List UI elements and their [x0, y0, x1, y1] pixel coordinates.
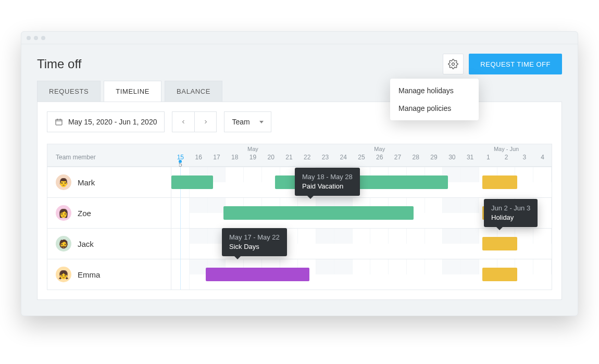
- day-header-25: 25: [353, 154, 371, 161]
- tooltip-date: May 17 - May 22: [229, 233, 280, 242]
- day-header-2: 2: [497, 154, 516, 161]
- timeoff-bar[interactable]: [482, 175, 517, 189]
- day-header-20: 20: [262, 154, 280, 161]
- timeline-cell: [461, 229, 479, 244]
- timeline-cell: [443, 229, 461, 244]
- day-header-1: 1: [479, 154, 497, 161]
- timeline-cell: [353, 259, 371, 274]
- team-member-cell: 👩Zoe: [47, 198, 171, 228]
- member-name: Jack: [78, 240, 94, 248]
- timeline-cell: [190, 229, 208, 244]
- day-header-31: 31: [461, 154, 479, 161]
- timeline-cell: [334, 259, 353, 274]
- menu-item-manage-holidays[interactable]: Manage holidays: [390, 82, 479, 99]
- timeline-date-header: May May May - Jun 1516171819202122232425…: [171, 144, 552, 166]
- timeoff-bar[interactable]: [482, 237, 517, 250]
- date-range-text: May 15, 2020 - Jun 1, 2020: [68, 118, 157, 126]
- page-header: Time off REQUEST TIME OFF Manage holiday…: [21, 44, 578, 81]
- avatar: 🧔: [56, 236, 71, 252]
- timeline-cell: [515, 259, 533, 274]
- month-label: May: [353, 146, 407, 152]
- member-name: Mark: [78, 178, 95, 187]
- tooltip-type: Holiday: [491, 213, 530, 222]
- chevron-right-icon: [203, 119, 209, 125]
- day-header-16: 16: [190, 154, 208, 161]
- day-header-30: 30: [443, 154, 461, 161]
- timeline-cell: [425, 198, 443, 213]
- timeline-cell: [407, 259, 425, 274]
- day-header-22: 22: [298, 154, 316, 161]
- tooltip-holiday: Jun 2 - Jun 3 Holiday: [484, 199, 538, 227]
- timeoff-bar[interactable]: [482, 268, 517, 281]
- day-header-4: 4: [533, 154, 552, 161]
- timeline-grid: Team member May May May - Jun 1516171819…: [47, 144, 552, 290]
- window-dot: [41, 36, 45, 40]
- tab-timeline[interactable]: TIMELINE: [104, 81, 161, 102]
- tab-balance[interactable]: BALANCE: [165, 81, 222, 102]
- timeline-cell: [244, 167, 262, 182]
- timeline-cell: [425, 229, 443, 244]
- avatar: 👩: [56, 205, 71, 221]
- timeline-cell: [190, 198, 208, 213]
- group-by-dropdown[interactable]: Team: [224, 111, 271, 132]
- next-button[interactable]: [194, 112, 216, 132]
- timeline-cell: [461, 167, 479, 182]
- timeline-row: 👧Emma: [47, 259, 552, 290]
- page-title: Time off: [37, 57, 81, 71]
- timeline-cell: [298, 229, 316, 244]
- window-dot: [27, 36, 31, 40]
- tab-requests[interactable]: REQUESTS: [37, 81, 101, 102]
- timeline-cell: [316, 229, 334, 244]
- svg-point-0: [452, 63, 455, 66]
- timeline-cells: [171, 259, 552, 290]
- day-header-18: 18: [226, 154, 244, 161]
- member-name: Zoe: [78, 209, 91, 218]
- day-header-23: 23: [316, 154, 334, 161]
- day-header-24: 24: [334, 154, 353, 161]
- settings-button[interactable]: [443, 54, 464, 74]
- timeoff-bar[interactable]: [223, 206, 414, 220]
- timeline-cell: [533, 167, 552, 182]
- timeline-cell: [370, 259, 389, 274]
- prev-button[interactable]: [172, 112, 194, 132]
- timeline-cell: [461, 198, 479, 213]
- request-time-off-button[interactable]: REQUEST TIME OFF: [469, 54, 562, 74]
- tooltip-paid-vacation: May 18 - May 28 Paid Vacation: [295, 168, 360, 196]
- app-window: Time off REQUEST TIME OFF Manage holiday…: [21, 31, 578, 316]
- tooltip-date: May 18 - May 28: [302, 172, 353, 182]
- timeline-cells: [171, 167, 552, 197]
- team-member-cell: 👧Emma: [47, 259, 171, 290]
- timeline-cell: [190, 259, 208, 274]
- timeline-cell: [443, 259, 461, 274]
- svg-rect-1: [56, 119, 62, 125]
- timeline-cell: [461, 259, 479, 274]
- tooltip-type: Sick Days: [229, 242, 280, 252]
- settings-menu: Manage holidays Manage policies: [390, 79, 479, 120]
- member-name: Emma: [78, 270, 100, 279]
- timeline-cell: [389, 259, 407, 274]
- day-header-17: 17: [208, 154, 226, 161]
- day-header-27: 27: [389, 154, 407, 161]
- timeline-cell: [226, 167, 244, 182]
- day-header-26: 26: [370, 154, 389, 161]
- timeline-cell: [316, 259, 334, 274]
- header-actions: REQUEST TIME OFF Manage holidays Manage …: [443, 54, 562, 74]
- month-label: May - Jun: [479, 146, 533, 152]
- timeline-cell: [443, 198, 461, 213]
- timeline-cell: [407, 229, 425, 244]
- timeline-cell: [389, 229, 407, 244]
- timeline-cell: [425, 259, 443, 274]
- timeline-body: May 18 - May 28 Paid Vacation May 17 - M…: [47, 167, 552, 290]
- date-range-picker[interactable]: May 15, 2020 - Jun 1, 2020: [47, 111, 165, 132]
- gear-icon: [448, 59, 458, 69]
- timeoff-bar[interactable]: [206, 268, 309, 281]
- month-label: May: [226, 146, 280, 152]
- day-header-28: 28: [407, 154, 425, 161]
- chevron-left-icon: [180, 119, 186, 125]
- timeline-cell: [353, 229, 371, 244]
- timeoff-bar[interactable]: [171, 175, 213, 189]
- day-header-19: 19: [244, 154, 262, 161]
- menu-item-manage-policies[interactable]: Manage policies: [390, 99, 479, 117]
- day-header-15: 15: [171, 154, 190, 161]
- timeline-cell: [334, 229, 353, 244]
